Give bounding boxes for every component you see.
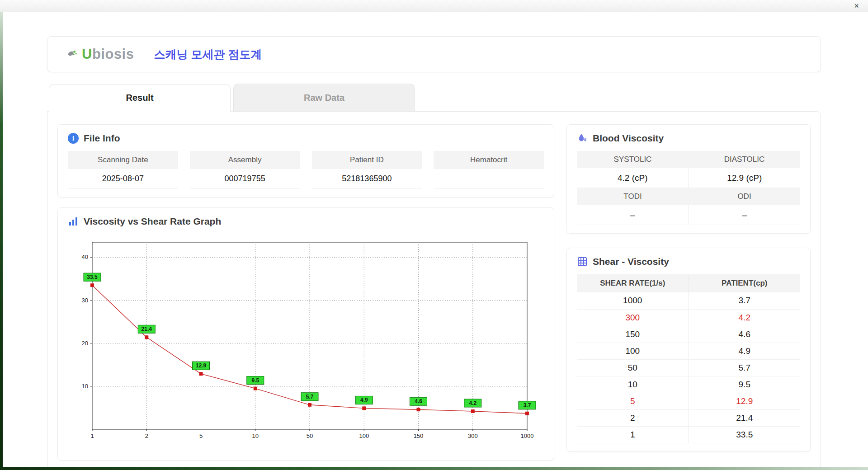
svg-text:5: 5 bbox=[199, 432, 203, 439]
field-value: 2025-08-07 bbox=[68, 169, 178, 189]
ubiosis-logo: Ubiosis bbox=[67, 46, 134, 62]
table-row: 1004.9 bbox=[577, 343, 800, 359]
droplet-icon bbox=[577, 133, 588, 144]
field-value bbox=[434, 169, 544, 189]
bv-value-row-2: – – bbox=[577, 205, 800, 225]
svg-text:100: 100 bbox=[359, 432, 369, 439]
field-label: Hematocrit bbox=[434, 151, 544, 169]
field-patient-id: Patient ID 52181365900 bbox=[312, 151, 422, 189]
odi-value: – bbox=[689, 205, 801, 225]
table-row: 221.4 bbox=[577, 409, 800, 426]
svg-text:40: 40 bbox=[82, 254, 88, 260]
field-label: Assembly bbox=[190, 151, 300, 169]
brand-rest: biosis bbox=[92, 46, 134, 62]
content-panel: i File Info Scanning Date 2025-08-07 Ass… bbox=[47, 111, 821, 470]
cell-rate: 5 bbox=[577, 393, 689, 409]
systolic-label: SYSTOLIC bbox=[577, 151, 689, 168]
cell-patient: 9.5 bbox=[689, 376, 800, 393]
field-label: Scanning Date bbox=[68, 151, 178, 169]
svg-text:10: 10 bbox=[82, 383, 88, 390]
shear-viscosity-table: SHEAR RATE(1/s) PATIENT(cp) 10003.7 3004… bbox=[577, 274, 800, 443]
svg-text:4.2: 4.2 bbox=[469, 400, 476, 406]
svg-text:4.6: 4.6 bbox=[415, 398, 422, 404]
bv-value-row-1: 4.2 (cP) 12.9 (cP) bbox=[577, 168, 800, 188]
cell-rate: 50 bbox=[577, 359, 689, 376]
blood-viscosity-title: Blood Viscosity bbox=[593, 133, 664, 144]
svg-text:33.5: 33.5 bbox=[87, 274, 98, 280]
window-titlebar: × bbox=[0, 0, 868, 12]
leaf-logo-icon bbox=[67, 49, 78, 60]
svg-text:300: 300 bbox=[468, 432, 478, 439]
svg-text:9.5: 9.5 bbox=[251, 377, 259, 384]
svg-text:50: 50 bbox=[307, 432, 313, 439]
svg-text:12.9: 12.9 bbox=[196, 362, 207, 369]
table-row: 109.5 bbox=[577, 376, 800, 393]
graph-card: Viscosity vs Shear Rate Graph 1020304012… bbox=[57, 207, 554, 461]
cell-rate: 100 bbox=[577, 343, 689, 359]
app-header: Ubiosis 스캐닝 모세관 점도계 bbox=[47, 36, 821, 72]
tab-result[interactable]: Result bbox=[49, 84, 231, 112]
close-icon[interactable]: × bbox=[852, 1, 861, 10]
table-row: 133.5 bbox=[577, 426, 800, 443]
cell-patient: 5.7 bbox=[689, 359, 800, 376]
bar-chart-icon bbox=[68, 216, 79, 227]
cell-rate: 1 bbox=[577, 426, 689, 443]
table-grid-icon bbox=[577, 256, 588, 267]
todi-value: – bbox=[577, 205, 689, 225]
file-info-title: File Info bbox=[84, 133, 120, 144]
table-row: 505.7 bbox=[577, 359, 800, 376]
svg-text:30: 30 bbox=[82, 297, 88, 304]
svg-text:10: 10 bbox=[252, 432, 259, 439]
cell-patient: 4.6 bbox=[689, 326, 800, 343]
info-icon: i bbox=[68, 133, 79, 144]
svg-text:20: 20 bbox=[82, 340, 88, 347]
cell-rate: 10 bbox=[577, 376, 689, 393]
shear-viscosity-header: Shear - Viscosity bbox=[577, 256, 800, 267]
viscosity-shear-chart: 102030401251050100150300100033.521.412.9… bbox=[68, 234, 544, 452]
blood-viscosity-header: Blood Viscosity bbox=[577, 133, 800, 144]
table-header-row: SHEAR RATE(1/s) PATIENT(cp) bbox=[577, 274, 800, 292]
left-column: i File Info Scanning Date 2025-08-07 Ass… bbox=[57, 124, 554, 461]
cell-patient: 3.7 bbox=[689, 292, 800, 309]
table-row: 3004.2 bbox=[577, 309, 800, 326]
right-column: Blood Viscosity SYSTOLIC DIASTOLIC 4.2 (… bbox=[566, 124, 811, 461]
app-root: Ubiosis 스캐닝 모세관 점도계 Result Raw Data i Fi… bbox=[47, 36, 821, 470]
table-row: 1504.6 bbox=[577, 326, 800, 343]
file-info-card: i File Info Scanning Date 2025-08-07 Ass… bbox=[57, 124, 554, 197]
tabs: Result Raw Data bbox=[47, 84, 821, 111]
file-info-fields: Scanning Date 2025-08-07 Assembly 000719… bbox=[68, 151, 544, 189]
window-bottom-edge bbox=[0, 467, 868, 470]
field-hematocrit: Hematocrit bbox=[434, 151, 544, 189]
svg-text:1: 1 bbox=[90, 432, 94, 439]
brand-u: U bbox=[82, 46, 92, 62]
col-patient: PATIENT(cp) bbox=[689, 274, 800, 292]
cell-patient: 33.5 bbox=[689, 426, 800, 443]
svg-text:4.9: 4.9 bbox=[360, 397, 368, 403]
tab-raw-data[interactable]: Raw Data bbox=[233, 84, 415, 111]
bv-label-row-2: TODI ODI bbox=[577, 188, 800, 205]
cell-patient: 12.9 bbox=[689, 393, 800, 409]
svg-text:1000: 1000 bbox=[521, 432, 534, 439]
field-assembly: Assembly 000719755 bbox=[190, 151, 300, 189]
graph-header: Viscosity vs Shear Rate Graph bbox=[68, 216, 544, 227]
cell-patient: 21.4 bbox=[689, 409, 800, 426]
field-label: Patient ID bbox=[312, 151, 422, 169]
cell-rate: 300 bbox=[577, 309, 689, 326]
table-row: 10003.7 bbox=[577, 292, 800, 309]
page-title: 스캐닝 모세관 점도계 bbox=[154, 47, 262, 62]
field-value: 000719755 bbox=[190, 169, 300, 189]
file-info-header: i File Info bbox=[68, 133, 544, 144]
svg-text:150: 150 bbox=[414, 432, 424, 439]
field-scanning-date: Scanning Date 2025-08-07 bbox=[68, 151, 178, 189]
window-left-edge bbox=[0, 10, 3, 470]
cell-patient: 4.9 bbox=[689, 343, 800, 359]
cell-rate: 1000 bbox=[577, 292, 689, 309]
table-row: 512.9 bbox=[577, 393, 800, 409]
svg-text:5.7: 5.7 bbox=[306, 394, 314, 400]
svg-text:2: 2 bbox=[145, 432, 148, 439]
cell-rate: 2 bbox=[577, 409, 689, 426]
cell-rate: 150 bbox=[577, 326, 689, 343]
diastolic-label: DIASTOLIC bbox=[689, 151, 800, 168]
todi-label: TODI bbox=[577, 188, 689, 205]
bv-label-row-1: SYSTOLIC DIASTOLIC bbox=[577, 151, 800, 168]
